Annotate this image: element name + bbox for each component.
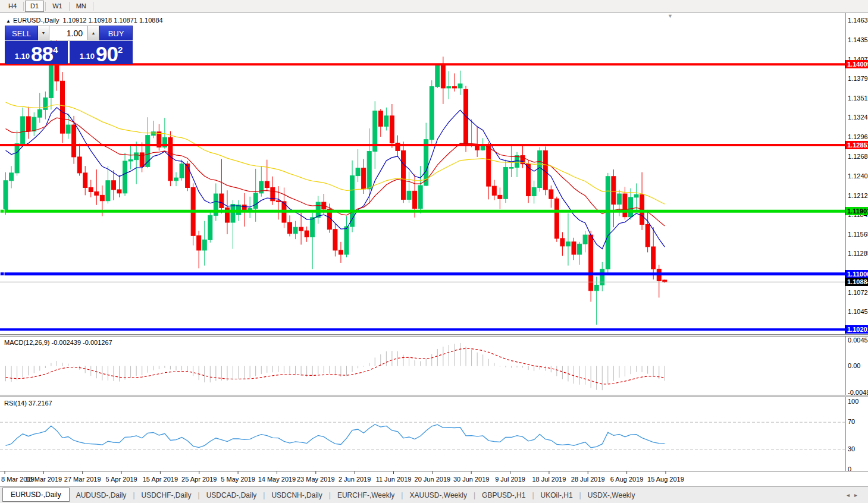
- chart-tab-audusd-daily[interactable]: AUDUSD-,Daily: [70, 489, 133, 502]
- bar-close: 1.10884: [139, 17, 163, 24]
- rsi-tick-label: 100: [848, 398, 858, 405]
- price-tick-label: 1.13515: [848, 95, 868, 102]
- date-tick-label: 18 Jul 2019: [532, 476, 566, 483]
- buy-price-sup: 2: [118, 45, 123, 55]
- level-price-badge: 1.10201: [845, 325, 868, 334]
- sell-price-big: 88: [31, 45, 53, 64]
- date-tick-label: 14 May 2019: [258, 476, 296, 483]
- price-tick-label: 1.11285: [848, 250, 868, 257]
- chart-tab-ukoil-h1[interactable]: UKOil-,H1: [534, 489, 579, 502]
- date-tick-label: 11 Jun 2019: [376, 476, 412, 483]
- macd-tick-label: 0.004517: [848, 337, 868, 344]
- collapse-triangle-icon[interactable]: ▲: [6, 18, 11, 24]
- chart-tab-eurchf-weekly[interactable]: EURCHF-,Weekly: [331, 489, 401, 502]
- date-tick-label: 6 Aug 2019: [610, 476, 644, 483]
- slow-ma-line: [6, 102, 665, 204]
- one-click-trade-widget: SELL ▼ ▲ BUY 1.10 88 4 1.10 90 2: [5, 26, 133, 64]
- rsi-tick-label: 30: [848, 445, 855, 452]
- level-handle: [1, 209, 4, 213]
- price-axis: 1.146351.143551.140751.137951.135151.132…: [845, 13, 868, 334]
- buy-price-big: 90: [96, 45, 118, 64]
- price-tick-label: 1.14355: [848, 36, 868, 43]
- date-tick-label: 23 May 2019: [297, 476, 335, 483]
- toolbar-separator: [69, 2, 70, 11]
- chart-tab-usdx-weekly[interactable]: USDX-,Weekly: [581, 489, 642, 502]
- date-tick-label: 9 Jul 2019: [495, 476, 525, 483]
- buy-price-prefix: 1.10: [80, 52, 95, 61]
- macd-panel[interactable]: 0.0045170.00-0.004806 MACD(12,26,9) -0.0…: [0, 337, 868, 395]
- chart-tab-xauusd-weekly[interactable]: XAUUSD-,Weekly: [403, 489, 473, 502]
- macd-label: MACD(12,26,9) -0.002439 -0.001267: [4, 339, 112, 346]
- volume-input[interactable]: [49, 26, 88, 40]
- price-tick-label: 1.12960: [848, 133, 868, 140]
- macd-histogram: [6, 343, 665, 390]
- price-tick-label: 1.13795: [848, 75, 868, 82]
- scroll-to-end-icon[interactable]: ▼: [668, 13, 673, 19]
- sell-button[interactable]: SELL: [5, 26, 38, 40]
- buy-price-pane[interactable]: 1.10 90 2: [70, 41, 133, 64]
- symbol-tabbar: EURUSD-,DailyAUDUSD-,Daily|USDCHF-,Daily…: [0, 486, 868, 503]
- chart-title: ▲EURUSD-,Daily 1.109121.109181.108711.10…: [6, 17, 165, 24]
- rsi-label: RSI(14) 37.2167: [4, 400, 52, 407]
- level-price-badge: 1.11901: [845, 207, 868, 215]
- bar-low: 1.10871: [114, 17, 137, 24]
- date-tick-label: 2 Jun 2019: [339, 476, 371, 483]
- rsi-panel[interactable]: 10070300 RSI(14) 37.2167: [0, 397, 868, 471]
- macd-canvas: [0, 337, 868, 395]
- level-price-badge: 1.11000: [845, 270, 868, 278]
- chart-tab-usdcnh-daily[interactable]: USDCNH-,Daily: [265, 489, 328, 502]
- bar-open: 1.10912: [63, 17, 87, 24]
- macd-axis: 0.0045170.00-0.004806: [845, 337, 868, 395]
- buy-button[interactable]: BUY: [99, 26, 133, 40]
- sell-price-sup: 4: [53, 45, 58, 55]
- volume-decrease-button[interactable]: ▼: [38, 26, 49, 40]
- price-tick-label: 1.10725: [848, 289, 868, 296]
- rsi-tick-label: 70: [848, 418, 855, 425]
- date-tick-label: 27 Mar 2019: [64, 476, 101, 483]
- rsi-canvas: [0, 397, 868, 471]
- price-tick-label: 1.13240: [848, 114, 868, 121]
- chart-tab-eurusd-daily[interactable]: EURUSD-,Daily: [2, 488, 70, 502]
- date-tick-label: 15 Aug 2019: [647, 476, 684, 483]
- chart-tab-usdcad-daily[interactable]: USDCAD-,Daily: [200, 489, 264, 502]
- date-tick-label: 5 Apr 2019: [105, 476, 137, 483]
- level-price-badge: 1.12851: [845, 141, 868, 149]
- toolbar-separator: [45, 2, 46, 11]
- timeframe-toolbar: H4D1W1MN: [0, 0, 868, 12]
- date-tick-label: 20 Jun 2019: [415, 476, 451, 483]
- tabs-scroll-right-icon[interactable]: ▸: [854, 492, 862, 498]
- chart-tab-usdchf-daily[interactable]: USDCHF-,Daily: [135, 489, 198, 502]
- price-tick-label: 1.12120: [848, 192, 868, 199]
- toolbar-separator: [23, 2, 24, 11]
- date-tick-label: 28 Jul 2019: [571, 476, 605, 483]
- price-tick-label: 1.12400: [848, 172, 868, 180]
- sell-price-prefix: 1.10: [15, 52, 30, 61]
- main-chart-panel[interactable]: 1.146351.143551.140751.137951.135151.132…: [0, 13, 868, 334]
- price-tick-label: 1.10450: [848, 308, 868, 315]
- timeframe-button-mn[interactable]: MN: [71, 1, 92, 12]
- macd-tick-label: 0.00: [848, 362, 860, 369]
- chart-symbol-label: EURUSD-,Daily: [13, 17, 59, 24]
- trading-terminal-window: H4D1W1MN 1.146351.143551.140751.137951.1…: [0, 0, 868, 503]
- volume-increase-button[interactable]: ▲: [88, 26, 99, 40]
- sell-price-pane[interactable]: 1.10 88 4: [5, 41, 68, 64]
- chart-tab-gbpusd-h1[interactable]: GBPUSD-,H1: [475, 489, 532, 502]
- timeframe-button-d1[interactable]: D1: [25, 1, 44, 12]
- date-tick-label: 18 Mar 2019: [25, 476, 62, 483]
- date-tick-label: 25 Apr 2019: [181, 476, 217, 483]
- date-tick-label: 5 May 2019: [221, 476, 255, 483]
- level-handle: [1, 272, 4, 276]
- toolbar-separator: [93, 2, 93, 11]
- price-tick-label: 1.11565: [848, 231, 868, 238]
- price-tick-label: 1.12680: [848, 153, 868, 160]
- date-tick-label: 15 Apr 2019: [143, 476, 178, 483]
- timeframe-button-w1[interactable]: W1: [47, 1, 68, 12]
- timeframe-button-h4[interactable]: H4: [3, 1, 22, 12]
- level-price-badge: 1.14009: [845, 60, 868, 68]
- date-axis: 8 Mar 201918 Mar 201927 Mar 20195 Apr 20…: [0, 471, 868, 486]
- tabs-scroll-left-icon[interactable]: ◂: [847, 492, 854, 498]
- price-tick-label: 1.14635: [848, 17, 868, 24]
- date-tick-label: 30 Jun 2019: [453, 476, 490, 483]
- rsi-axis: 10070300: [845, 397, 868, 471]
- current-price-badge: 1.10884: [845, 278, 868, 286]
